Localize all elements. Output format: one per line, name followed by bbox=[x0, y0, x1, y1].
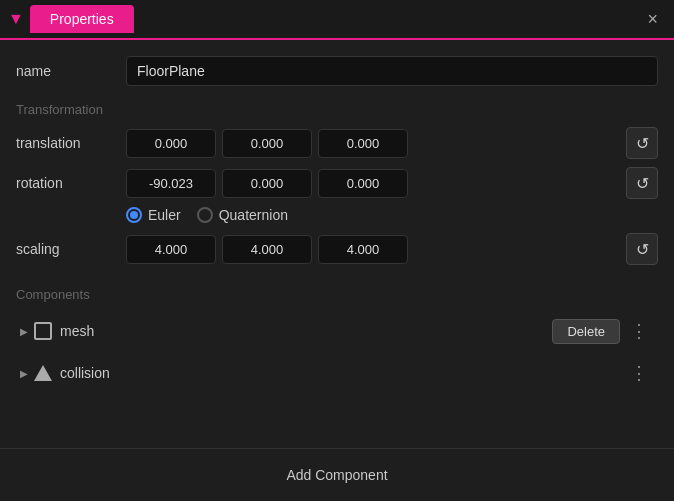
mesh-dots-menu[interactable]: ⋮ bbox=[624, 318, 654, 344]
scaling-x[interactable] bbox=[126, 235, 216, 264]
add-component-button[interactable]: Add Component bbox=[0, 461, 674, 489]
translation-z[interactable] bbox=[318, 129, 408, 158]
scaling-y[interactable] bbox=[222, 235, 312, 264]
scaling-label: scaling bbox=[16, 241, 126, 257]
content-area: name Transformation translation ↺ rotati… bbox=[0, 40, 674, 448]
name-row: name bbox=[16, 56, 658, 86]
rotation-mode-row: Euler Quaternion bbox=[126, 207, 658, 223]
euler-label: Euler bbox=[148, 207, 181, 223]
translation-row: translation ↺ bbox=[16, 127, 658, 159]
title-bar: ▼ Properties × bbox=[0, 0, 674, 40]
translation-y[interactable] bbox=[222, 129, 312, 158]
quaternion-label: Quaternion bbox=[219, 207, 288, 223]
rotation-label: rotation bbox=[16, 175, 126, 191]
scaling-inputs bbox=[126, 235, 620, 264]
properties-tab[interactable]: Properties bbox=[30, 5, 134, 33]
filter-icon: ▼ bbox=[8, 10, 24, 28]
collision-component-name: collision bbox=[60, 365, 624, 381]
scaling-z[interactable] bbox=[318, 235, 408, 264]
rotation-y[interactable] bbox=[222, 169, 312, 198]
transformation-section: Transformation translation ↺ rotation bbox=[16, 102, 658, 273]
rotation-reset-button[interactable]: ↺ bbox=[626, 167, 658, 199]
transformation-header: Transformation bbox=[16, 102, 658, 117]
mesh-delete-button[interactable]: Delete bbox=[552, 319, 620, 344]
mesh-component-item: ▶ mesh Delete ⋮ bbox=[16, 310, 658, 352]
scaling-row: scaling ↺ bbox=[16, 233, 658, 265]
collision-icon bbox=[34, 365, 52, 381]
collision-component-item: ▶ collision ⋮ bbox=[16, 352, 658, 394]
mesh-icon bbox=[34, 322, 52, 340]
quaternion-radio[interactable] bbox=[197, 207, 213, 223]
close-button[interactable]: × bbox=[639, 5, 666, 34]
euler-option[interactable]: Euler bbox=[126, 207, 181, 223]
euler-radio[interactable] bbox=[126, 207, 142, 223]
rotation-inputs bbox=[126, 169, 620, 198]
add-component-bar: Add Component bbox=[0, 448, 674, 501]
mesh-component-name: mesh bbox=[60, 323, 552, 339]
rotation-z[interactable] bbox=[318, 169, 408, 198]
name-label: name bbox=[16, 63, 126, 79]
translation-inputs bbox=[126, 129, 620, 158]
scaling-reset-button[interactable]: ↺ bbox=[626, 233, 658, 265]
collision-dots-menu[interactable]: ⋮ bbox=[624, 360, 654, 386]
quaternion-option[interactable]: Quaternion bbox=[197, 207, 288, 223]
components-header: Components bbox=[16, 287, 658, 302]
translation-x[interactable] bbox=[126, 129, 216, 158]
properties-window: ▼ Properties × name Transformation trans… bbox=[0, 0, 674, 501]
rotation-row: rotation ↺ bbox=[16, 167, 658, 199]
name-input[interactable] bbox=[126, 56, 658, 86]
components-section: Components ▶ mesh Delete ⋮ ▶ collision ⋮ bbox=[16, 287, 658, 448]
rotation-x[interactable] bbox=[126, 169, 216, 198]
collision-expand-arrow[interactable]: ▶ bbox=[20, 368, 28, 379]
translation-reset-button[interactable]: ↺ bbox=[626, 127, 658, 159]
mesh-expand-arrow[interactable]: ▶ bbox=[20, 326, 28, 337]
translation-label: translation bbox=[16, 135, 126, 151]
